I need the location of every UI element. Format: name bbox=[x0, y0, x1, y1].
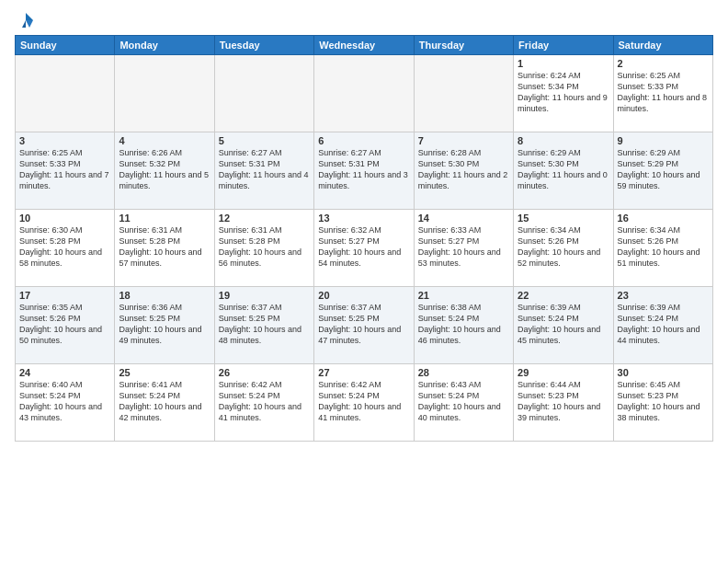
calendar-cell bbox=[314, 55, 414, 132]
day-number: 15 bbox=[518, 213, 609, 224]
calendar-cell: 15Sunrise: 6:34 AM Sunset: 5:26 PM Dayli… bbox=[514, 210, 613, 287]
calendar-cell: 1Sunrise: 6:24 AM Sunset: 5:34 PM Daylig… bbox=[514, 55, 613, 132]
weekday-header: Wednesday bbox=[314, 36, 414, 55]
weekday-header: Monday bbox=[115, 36, 214, 55]
day-number: 16 bbox=[618, 213, 709, 224]
svg-marker-1 bbox=[26, 20, 33, 28]
day-info: Sunrise: 6:28 AM Sunset: 5:30 PM Dayligh… bbox=[418, 147, 509, 192]
calendar-cell: 23Sunrise: 6:39 AM Sunset: 5:24 PM Dayli… bbox=[613, 287, 712, 364]
day-number: 9 bbox=[618, 135, 709, 146]
calendar-cell: 29Sunrise: 6:44 AM Sunset: 5:23 PM Dayli… bbox=[514, 364, 613, 442]
calendar-cell: 5Sunrise: 6:27 AM Sunset: 5:31 PM Daylig… bbox=[214, 132, 313, 210]
calendar-cell: 22Sunrise: 6:39 AM Sunset: 5:24 PM Dayli… bbox=[514, 287, 613, 364]
calendar-cell: 6Sunrise: 6:27 AM Sunset: 5:31 PM Daylig… bbox=[314, 132, 414, 210]
day-number: 3 bbox=[19, 135, 110, 146]
calendar-cell: 12Sunrise: 6:31 AM Sunset: 5:28 PM Dayli… bbox=[214, 210, 313, 287]
calendar-cell: 14Sunrise: 6:33 AM Sunset: 5:27 PM Dayli… bbox=[414, 210, 513, 287]
day-info: Sunrise: 6:37 AM Sunset: 5:25 PM Dayligh… bbox=[318, 302, 409, 347]
day-info: Sunrise: 6:38 AM Sunset: 5:24 PM Dayligh… bbox=[418, 302, 509, 347]
day-info: Sunrise: 6:30 AM Sunset: 5:28 PM Dayligh… bbox=[19, 224, 110, 270]
day-number: 8 bbox=[518, 135, 609, 146]
svg-marker-2 bbox=[22, 20, 26, 28]
calendar-cell: 21Sunrise: 6:38 AM Sunset: 5:24 PM Dayli… bbox=[414, 287, 513, 364]
day-number: 11 bbox=[119, 213, 210, 224]
day-number: 12 bbox=[219, 213, 310, 224]
weekday-header: Sunday bbox=[16, 36, 115, 55]
day-number: 23 bbox=[618, 290, 709, 301]
day-info: Sunrise: 6:31 AM Sunset: 5:28 PM Dayligh… bbox=[219, 224, 310, 270]
calendar-cell: 20Sunrise: 6:37 AM Sunset: 5:25 PM Dayli… bbox=[314, 287, 414, 364]
calendar-cell bbox=[115, 55, 214, 132]
day-number: 4 bbox=[119, 135, 210, 146]
day-number: 6 bbox=[318, 135, 409, 146]
day-number: 30 bbox=[618, 367, 709, 378]
weekday-header: Saturday bbox=[613, 36, 712, 55]
calendar-cell: 9Sunrise: 6:29 AM Sunset: 5:29 PM Daylig… bbox=[613, 132, 712, 210]
calendar-cell bbox=[414, 55, 513, 132]
day-number: 26 bbox=[219, 367, 310, 378]
calendar-cell: 2Sunrise: 6:25 AM Sunset: 5:33 PM Daylig… bbox=[613, 55, 712, 132]
calendar-cell: 19Sunrise: 6:37 AM Sunset: 5:25 PM Dayli… bbox=[214, 287, 313, 364]
day-number: 28 bbox=[418, 367, 509, 378]
day-number: 7 bbox=[418, 135, 509, 146]
calendar-cell: 24Sunrise: 6:40 AM Sunset: 5:24 PM Dayli… bbox=[16, 364, 115, 442]
day-number: 21 bbox=[418, 290, 509, 301]
day-info: Sunrise: 6:42 AM Sunset: 5:24 PM Dayligh… bbox=[318, 379, 409, 424]
week-row: 10Sunrise: 6:30 AM Sunset: 5:28 PM Dayli… bbox=[16, 210, 713, 287]
day-info: Sunrise: 6:39 AM Sunset: 5:24 PM Dayligh… bbox=[518, 302, 609, 347]
day-info: Sunrise: 6:34 AM Sunset: 5:26 PM Dayligh… bbox=[618, 224, 709, 270]
day-info: Sunrise: 6:43 AM Sunset: 5:24 PM Dayligh… bbox=[418, 379, 509, 424]
day-info: Sunrise: 6:27 AM Sunset: 5:31 PM Dayligh… bbox=[318, 147, 409, 192]
day-number: 10 bbox=[19, 213, 110, 224]
weekday-header: Friday bbox=[514, 36, 613, 55]
day-number: 18 bbox=[119, 290, 210, 301]
day-number: 19 bbox=[219, 290, 310, 301]
day-info: Sunrise: 6:26 AM Sunset: 5:32 PM Dayligh… bbox=[119, 147, 210, 192]
calendar-cell: 18Sunrise: 6:36 AM Sunset: 5:25 PM Dayli… bbox=[115, 287, 214, 364]
calendar-cell: 10Sunrise: 6:30 AM Sunset: 5:28 PM Dayli… bbox=[16, 210, 115, 287]
day-number: 20 bbox=[318, 290, 409, 301]
day-number: 2 bbox=[618, 58, 709, 69]
day-info: Sunrise: 6:36 AM Sunset: 5:25 PM Dayligh… bbox=[119, 302, 210, 347]
calendar-cell: 30Sunrise: 6:45 AM Sunset: 5:23 PM Dayli… bbox=[613, 364, 712, 442]
day-info: Sunrise: 6:25 AM Sunset: 5:33 PM Dayligh… bbox=[19, 147, 110, 192]
day-number: 17 bbox=[19, 290, 110, 301]
day-info: Sunrise: 6:41 AM Sunset: 5:24 PM Dayligh… bbox=[119, 379, 210, 424]
day-info: Sunrise: 6:33 AM Sunset: 5:27 PM Dayligh… bbox=[418, 224, 509, 270]
day-number: 5 bbox=[219, 135, 310, 146]
calendar-cell: 17Sunrise: 6:35 AM Sunset: 5:26 PM Dayli… bbox=[16, 287, 115, 364]
weekday-header: Tuesday bbox=[214, 36, 313, 55]
day-info: Sunrise: 6:24 AM Sunset: 5:34 PM Dayligh… bbox=[518, 70, 609, 115]
day-number: 1 bbox=[518, 58, 609, 69]
calendar-cell: 3Sunrise: 6:25 AM Sunset: 5:33 PM Daylig… bbox=[16, 132, 115, 210]
day-number: 14 bbox=[418, 213, 509, 224]
day-info: Sunrise: 6:35 AM Sunset: 5:26 PM Dayligh… bbox=[19, 302, 110, 347]
svg-marker-0 bbox=[26, 13, 33, 20]
calendar-cell: 8Sunrise: 6:29 AM Sunset: 5:30 PM Daylig… bbox=[514, 132, 613, 210]
logo-icon bbox=[17, 11, 35, 29]
day-info: Sunrise: 6:45 AM Sunset: 5:23 PM Dayligh… bbox=[618, 379, 709, 424]
day-info: Sunrise: 6:25 AM Sunset: 5:33 PM Dayligh… bbox=[618, 70, 709, 115]
day-info: Sunrise: 6:39 AM Sunset: 5:24 PM Dayligh… bbox=[618, 302, 709, 347]
weekday-header: Thursday bbox=[414, 36, 513, 55]
week-row: 17Sunrise: 6:35 AM Sunset: 5:26 PM Dayli… bbox=[16, 287, 713, 364]
day-info: Sunrise: 6:31 AM Sunset: 5:28 PM Dayligh… bbox=[119, 224, 210, 270]
day-number: 13 bbox=[318, 213, 409, 224]
day-info: Sunrise: 6:29 AM Sunset: 5:29 PM Dayligh… bbox=[618, 147, 709, 192]
calendar-cell: 16Sunrise: 6:34 AM Sunset: 5:26 PM Dayli… bbox=[613, 210, 712, 287]
day-info: Sunrise: 6:29 AM Sunset: 5:30 PM Dayligh… bbox=[518, 147, 609, 192]
header bbox=[15, 11, 713, 29]
day-info: Sunrise: 6:32 AM Sunset: 5:27 PM Dayligh… bbox=[318, 224, 409, 270]
logo bbox=[15, 11, 35, 29]
calendar-cell bbox=[214, 55, 313, 132]
day-number: 29 bbox=[518, 367, 609, 378]
day-info: Sunrise: 6:44 AM Sunset: 5:23 PM Dayligh… bbox=[518, 379, 609, 424]
day-info: Sunrise: 6:37 AM Sunset: 5:25 PM Dayligh… bbox=[219, 302, 310, 347]
calendar-cell: 25Sunrise: 6:41 AM Sunset: 5:24 PM Dayli… bbox=[115, 364, 214, 442]
day-number: 27 bbox=[318, 367, 409, 378]
calendar-cell: 27Sunrise: 6:42 AM Sunset: 5:24 PM Dayli… bbox=[314, 364, 414, 442]
calendar-cell bbox=[16, 55, 115, 132]
day-info: Sunrise: 6:40 AM Sunset: 5:24 PM Dayligh… bbox=[19, 379, 110, 424]
page: SundayMondayTuesdayWednesdayThursdayFrid… bbox=[0, 0, 728, 563]
day-info: Sunrise: 6:34 AM Sunset: 5:26 PM Dayligh… bbox=[518, 224, 609, 270]
